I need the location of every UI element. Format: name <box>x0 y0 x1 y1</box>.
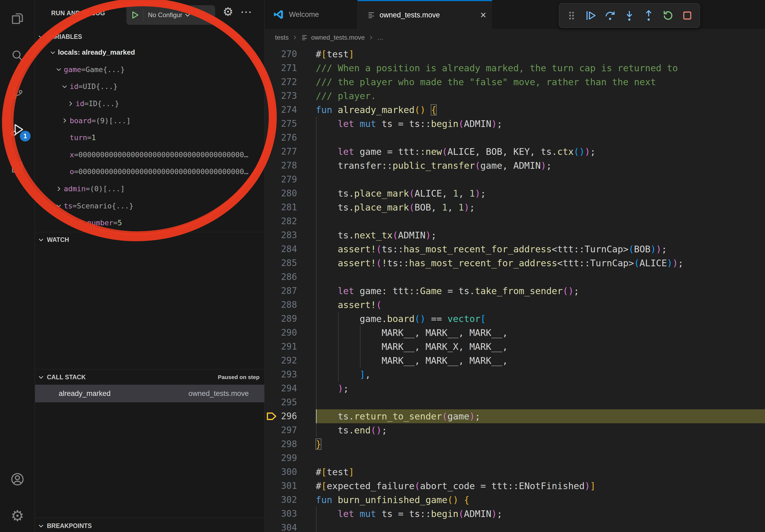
settings-gear-icon[interactable]: ⚙ <box>0 503 35 529</box>
line-number[interactable]: 296 <box>278 409 297 423</box>
line-number[interactable]: 278 <box>278 158 297 172</box>
glyph-margin[interactable] <box>265 158 278 172</box>
line-number[interactable]: 283 <box>278 228 297 242</box>
line-number[interactable]: 281 <box>278 200 297 214</box>
line-number[interactable]: 285 <box>278 256 297 270</box>
variable-row-board[interactable]: board = (9)[...] <box>35 112 264 129</box>
line-number[interactable]: 277 <box>278 145 297 158</box>
line-number[interactable]: 290 <box>278 326 297 340</box>
section-watch[interactable]: WATCH <box>35 232 264 247</box>
variable-row-admin[interactable]: admin = (0)[...] <box>35 180 264 197</box>
line-number[interactable]: 295 <box>278 396 297 409</box>
launch-config-bar[interactable]: No Configur <box>127 5 215 25</box>
variable-row-x[interactable]: x = 000000000000000000000000000000000000… <box>35 146 264 163</box>
glyph-margin[interactable] <box>265 145 278 158</box>
line-number[interactable]: 276 <box>278 131 297 145</box>
line-number[interactable]: 272 <box>278 75 297 89</box>
glyph-margin[interactable] <box>265 493 278 507</box>
chevron-down-icon[interactable] <box>60 83 70 90</box>
glyph-margin[interactable] <box>265 242 278 256</box>
glyph-margin[interactable] <box>265 326 278 340</box>
line-number[interactable]: 304 <box>278 521 297 532</box>
close-icon[interactable]: × <box>480 10 486 20</box>
glyph-margin[interactable] <box>265 103 278 117</box>
chevron-right-icon[interactable] <box>65 100 76 107</box>
glyph-margin[interactable] <box>265 61 278 75</box>
glyph-margin[interactable] <box>265 521 278 532</box>
glyph-margin[interactable] <box>265 507 278 521</box>
chevron-down-icon[interactable] <box>54 66 64 73</box>
variable-row-ts[interactable]: ts = Scenario{...} <box>35 197 264 214</box>
continue-button[interactable] <box>582 7 600 24</box>
line-number[interactable]: 291 <box>278 340 297 354</box>
glyph-margin[interactable] <box>265 186 278 200</box>
source-control-icon[interactable] <box>0 80 35 106</box>
glyph-margin[interactable] <box>265 228 278 242</box>
line-number[interactable]: 287 <box>278 284 297 298</box>
glyph-margin[interactable] <box>265 312 278 326</box>
line-number[interactable]: 275 <box>278 117 297 131</box>
line-number[interactable]: 301 <box>278 479 297 493</box>
variable-row-id[interactable]: id = ID{...} <box>35 95 264 112</box>
glyph-margin[interactable] <box>265 47 278 61</box>
config-dropdown[interactable]: No Configur <box>148 11 182 19</box>
glyph-margin[interactable] <box>265 131 278 145</box>
glyph-margin[interactable] <box>265 270 278 284</box>
section-variables[interactable]: VARIABLES <box>35 30 264 44</box>
glyph-margin[interactable] <box>265 396 278 409</box>
glyph-margin[interactable] <box>265 89 278 103</box>
glyph-margin[interactable] <box>265 256 278 270</box>
line-number[interactable]: 289 <box>278 312 297 326</box>
toolbar-drag-handle[interactable] <box>562 7 581 24</box>
glyph-margin[interactable] <box>265 117 278 131</box>
line-number[interactable]: 297 <box>278 423 297 437</box>
line-number[interactable]: 292 <box>278 354 297 368</box>
glyph-margin[interactable] <box>265 451 278 465</box>
section-call-stack[interactable]: CALL STACK Paused on step <box>35 370 264 385</box>
variable-row-game[interactable]: game = Game{...} <box>35 61 264 78</box>
tab-welcome[interactable]: Welcome <box>265 0 358 29</box>
variable-row-id[interactable]: id = UID{...} <box>35 78 264 95</box>
line-number[interactable]: 300 <box>278 465 297 479</box>
run-and-debug-icon[interactable]: 1 <box>0 117 35 143</box>
debug-settings-gear-icon[interactable]: ⚙ <box>223 6 233 18</box>
extensions-icon[interactable] <box>0 155 35 180</box>
breadcrumb-tests[interactable]: tests <box>275 34 289 41</box>
breadcrumb-file[interactable]: owned_tests.move <box>311 34 365 41</box>
section-breakpoints[interactable]: BREAKPOINTS <box>35 519 264 532</box>
glyph-margin[interactable] <box>265 284 278 298</box>
line-number[interactable]: 294 <box>278 382 297 396</box>
variable-row-o[interactable]: o = 000000000000000000000000000000000000… <box>35 163 264 180</box>
line-number[interactable]: 302 <box>278 493 297 507</box>
line-number[interactable]: 288 <box>278 298 297 312</box>
glyph-margin[interactable] <box>265 214 278 228</box>
step-out-button[interactable] <box>640 7 658 24</box>
account-icon[interactable] <box>0 466 35 492</box>
glyph-margin[interactable] <box>265 75 278 89</box>
line-number[interactable]: 280 <box>278 186 297 200</box>
glyph-margin[interactable] <box>265 340 278 354</box>
explorer-icon[interactable] <box>0 6 35 31</box>
line-number[interactable]: 271 <box>278 61 297 75</box>
start-debug-button[interactable] <box>127 10 143 20</box>
chevron-down-icon[interactable] <box>184 11 191 19</box>
line-number[interactable]: 270 <box>278 47 297 61</box>
chevron-down-icon[interactable] <box>54 202 64 209</box>
glyph-margin[interactable] <box>265 382 278 396</box>
line-number[interactable]: 273 <box>278 89 297 103</box>
glyph-margin[interactable] <box>265 172 278 186</box>
line-number[interactable]: 286 <box>278 270 297 284</box>
line-number[interactable]: 279 <box>278 172 297 186</box>
chevron-right-icon[interactable] <box>54 185 64 192</box>
breadcrumb-symbol[interactable]: … <box>377 34 383 41</box>
step-into-button[interactable] <box>620 7 638 24</box>
code-area[interactable]: 270#[test]271/// When a position is alre… <box>265 46 765 532</box>
variable-row-turn[interactable]: turn = 1 <box>35 129 264 146</box>
glyph-margin[interactable] <box>265 479 278 493</box>
glyph-margin[interactable] <box>265 354 278 368</box>
variable-row-scope[interactable]: locals: already_marked <box>35 44 264 61</box>
line-number[interactable]: 284 <box>278 242 297 256</box>
line-number[interactable]: 282 <box>278 214 297 228</box>
glyph-margin[interactable] <box>265 200 278 214</box>
stop-button[interactable] <box>678 7 696 24</box>
